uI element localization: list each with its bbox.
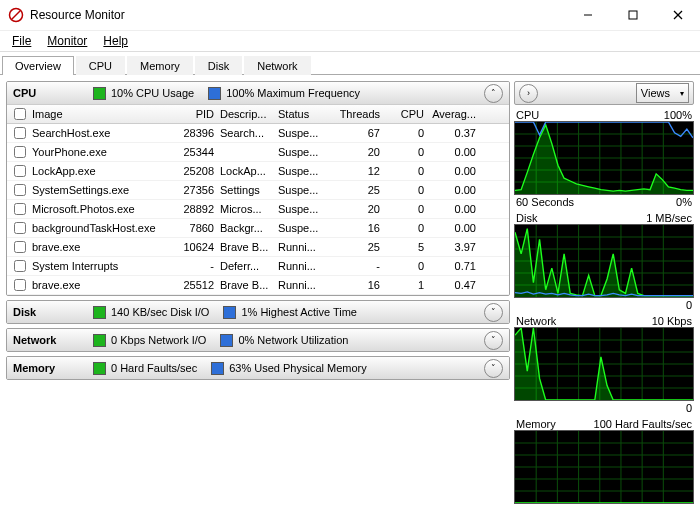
col-avg[interactable]: Averag... xyxy=(427,108,479,120)
tab-disk[interactable]: Disk xyxy=(195,56,242,75)
disk-graph xyxy=(514,224,694,298)
memory-graph-title: Memory xyxy=(516,418,556,430)
table-row[interactable]: SearchHost.exe 28396 Search... Suspe... … xyxy=(7,124,509,143)
disk-panel: Disk 140 KB/sec Disk I/O 1% Highest Acti… xyxy=(6,300,510,324)
close-button[interactable] xyxy=(655,0,700,30)
cell-desc: Micros... xyxy=(217,203,275,215)
network-panel: Network 0 Kbps Network I/O 0% Network Ut… xyxy=(6,328,510,352)
row-checkbox[interactable] xyxy=(14,146,26,158)
tab-network[interactable]: Network xyxy=(244,56,310,75)
disk-panel-header[interactable]: Disk 140 KB/sec Disk I/O 1% Highest Acti… xyxy=(7,301,509,323)
minimize-button[interactable] xyxy=(565,0,610,30)
row-checkbox[interactable] xyxy=(14,184,26,196)
square-icon xyxy=(93,87,106,100)
table-row[interactable]: YourPhone.exe 25344 Suspe... 20 0 0.00 xyxy=(7,143,509,162)
select-all-checkbox[interactable] xyxy=(14,108,26,120)
cell-status: Suspe... xyxy=(275,127,327,139)
col-image[interactable]: Image xyxy=(29,108,171,120)
tab-strip: Overview CPU Memory Disk Network xyxy=(0,52,700,75)
table-row[interactable]: LockApp.exe 25208 LockAp... Suspe... 12 … xyxy=(7,162,509,181)
cell-pid: 28892 xyxy=(171,203,217,215)
cell-pid: 28396 xyxy=(171,127,217,139)
cell-pid: 25208 xyxy=(171,165,217,177)
col-threads[interactable]: Threads xyxy=(327,108,383,120)
table-row[interactable]: brave.exe 25512 Brave B... Runni... 16 1… xyxy=(7,276,509,295)
disk-graph-scale: 1 MB/sec xyxy=(646,212,692,224)
tab-overview[interactable]: Overview xyxy=(2,56,74,75)
chevron-down-icon[interactable]: ˅ xyxy=(484,359,503,378)
table-row[interactable]: brave.exe 10624 Brave B... Runni... 25 5… xyxy=(7,238,509,257)
cell-avg: 0.00 xyxy=(427,203,479,215)
cell-pid: 25512 xyxy=(171,279,217,291)
row-checkbox[interactable] xyxy=(14,260,26,272)
table-header[interactable]: Image PID Descrip... Status Threads CPU … xyxy=(7,104,509,124)
views-dropdown[interactable]: Views ▾ xyxy=(636,83,689,103)
cell-image: LockApp.exe xyxy=(29,165,171,177)
row-checkbox[interactable] xyxy=(14,222,26,234)
chevron-right-icon[interactable]: › xyxy=(519,84,538,103)
cell-status: Suspe... xyxy=(275,203,327,215)
row-checkbox[interactable] xyxy=(14,127,26,139)
cpu-graph-bl: 60 Seconds xyxy=(516,196,574,208)
tab-cpu[interactable]: CPU xyxy=(76,56,125,75)
table-row[interactable]: Microsoft.Photos.exe 28892 Micros... Sus… xyxy=(7,200,509,219)
cell-threads: 20 xyxy=(327,203,383,215)
row-checkbox[interactable] xyxy=(14,241,26,253)
menu-file[interactable]: File xyxy=(4,32,39,50)
cpu-usage-label: 10% CPU Usage xyxy=(111,87,194,99)
square-icon xyxy=(223,306,236,319)
cell-pid: 7860 xyxy=(171,222,217,234)
cell-avg: 0.00 xyxy=(427,146,479,158)
cpu-graph xyxy=(514,121,694,195)
cell-cpu: 0 xyxy=(383,260,427,272)
table-row[interactable]: backgroundTaskHost.exe 7860 Backgr... Su… xyxy=(7,219,509,238)
row-checkbox[interactable] xyxy=(14,165,26,177)
svg-rect-3 xyxy=(629,11,637,19)
square-icon xyxy=(93,362,106,375)
table-row[interactable]: SystemSettings.exe 27356 Settings Suspe.… xyxy=(7,181,509,200)
cell-cpu: 0 xyxy=(383,222,427,234)
col-pid[interactable]: PID xyxy=(171,108,217,120)
cell-threads: 20 xyxy=(327,146,383,158)
cell-image: System Interrupts xyxy=(29,260,171,272)
network-graph-scale: 10 Kbps xyxy=(652,315,692,327)
disk-graph-title: Disk xyxy=(516,212,537,224)
chevron-up-icon[interactable]: ˄ xyxy=(484,84,503,103)
cell-threads: 25 xyxy=(327,184,383,196)
cell-status: Runni... xyxy=(275,279,327,291)
cpu-freq-label: 100% Maximum Frequency xyxy=(226,87,360,99)
chevron-down-icon[interactable]: ˅ xyxy=(484,303,503,322)
cpu-panel-header[interactable]: CPU 10% CPU Usage 100% Maximum Frequency… xyxy=(7,82,509,104)
col-desc[interactable]: Descrip... xyxy=(217,108,275,120)
network-panel-header[interactable]: Network 0 Kbps Network I/O 0% Network Ut… xyxy=(7,329,509,351)
maximize-button[interactable] xyxy=(610,0,655,30)
cpu-graph-scale: 100% xyxy=(664,109,692,121)
views-label: Views xyxy=(641,87,670,99)
cell-threads: 67 xyxy=(327,127,383,139)
cell-desc: Settings xyxy=(217,184,275,196)
cpu-panel: CPU 10% CPU Usage 100% Maximum Frequency… xyxy=(6,81,510,296)
col-status[interactable]: Status xyxy=(275,108,327,120)
tab-memory[interactable]: Memory xyxy=(127,56,193,75)
row-checkbox[interactable] xyxy=(14,203,26,215)
col-cpu[interactable]: CPU xyxy=(383,108,427,120)
cell-cpu: 0 xyxy=(383,146,427,158)
network-io-label: 0 Kbps Network I/O xyxy=(111,334,206,346)
square-icon xyxy=(93,306,106,319)
memory-panel-header[interactable]: Memory 0 Hard Faults/sec 63% Used Physic… xyxy=(7,357,509,379)
cell-desc: Backgr... xyxy=(217,222,275,234)
menu-help[interactable]: Help xyxy=(95,32,136,50)
cell-pid: - xyxy=(171,260,217,272)
cell-cpu: 1 xyxy=(383,279,427,291)
cpu-graph-title: CPU xyxy=(516,109,539,121)
chevron-down-icon[interactable]: ˅ xyxy=(484,331,503,350)
memory-panel: Memory 0 Hard Faults/sec 63% Used Physic… xyxy=(6,356,510,380)
row-checkbox[interactable] xyxy=(14,279,26,291)
cpu-panel-title: CPU xyxy=(13,87,93,99)
cell-status: Suspe... xyxy=(275,146,327,158)
cell-status: Suspe... xyxy=(275,222,327,234)
cell-avg: 0.00 xyxy=(427,222,479,234)
menu-monitor[interactable]: Monitor xyxy=(39,32,95,50)
cell-avg: 0.00 xyxy=(427,165,479,177)
table-row[interactable]: System Interrupts - Deferr... Runni... -… xyxy=(7,257,509,276)
